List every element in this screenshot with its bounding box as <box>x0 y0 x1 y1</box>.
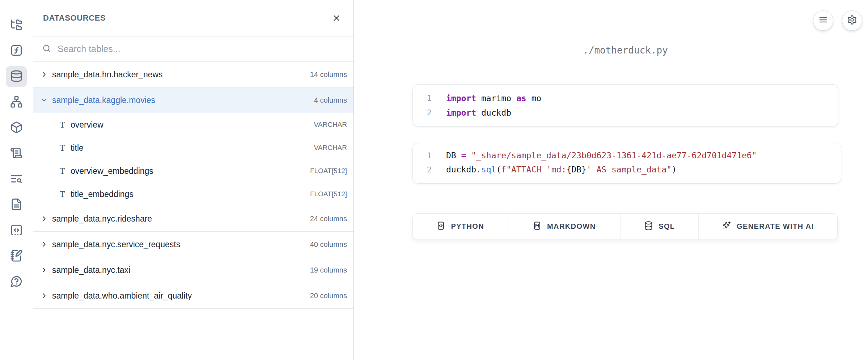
file-text-icon <box>10 198 23 212</box>
button-label: SQL <box>659 222 675 231</box>
code-token: as <box>516 94 526 103</box>
sidebar-item-snippets[interactable] <box>6 220 27 241</box>
notebook-area: ./motherduck.py 1 2 import marimo as mo … <box>354 0 868 360</box>
table-name: sample_data.kaggle.movies <box>52 95 155 105</box>
code-token: DB <box>446 151 461 160</box>
line-number-gutter: 1 2 <box>413 143 438 183</box>
database-icon <box>10 70 23 84</box>
menu-icon <box>818 15 828 26</box>
code-token: sql <box>481 165 496 174</box>
square-code-icon <box>10 224 23 238</box>
code-token <box>466 151 471 160</box>
sidebar-item-datasources[interactable] <box>6 66 27 87</box>
column-name: overview_embeddings <box>71 166 153 176</box>
code-token: marimo <box>476 94 516 103</box>
table-row-kaggle-movies[interactable]: sample_data.kaggle.movies 4 columns <box>33 87 353 113</box>
table-column-count: 4 columns <box>314 96 347 104</box>
settings-button[interactable] <box>842 10 862 31</box>
function-square-icon <box>10 44 23 58</box>
column-type: FLOAT[512] <box>310 190 347 198</box>
network-icon <box>10 95 23 110</box>
table-column-count: 19 columns <box>310 266 347 274</box>
generate-with-ai-button[interactable]: GENERATE WITH AI <box>699 214 837 239</box>
add-python-cell-button[interactable]: PYTHON <box>413 214 508 239</box>
chevron-right-icon <box>40 292 48 300</box>
table-row-rideshare[interactable]: sample_data.nyc.rideshare 24 columns <box>33 206 353 232</box>
table-name: sample_data.nyc.taxi <box>52 265 130 275</box>
sidebar-item-packages[interactable] <box>6 117 27 138</box>
sidebar-item-variables[interactable] <box>6 40 27 61</box>
button-label: PYTHON <box>451 222 484 231</box>
chevron-down-icon <box>40 96 48 104</box>
column-type: VARCHAR <box>314 144 347 152</box>
column-type: FLOAT[512] <box>310 167 347 175</box>
column-row-overview[interactable]: T overview VARCHAR <box>33 113 353 136</box>
sparkles-icon <box>722 221 732 232</box>
code-token: = <box>461 151 466 160</box>
table-name: sample_data.nyc.rideshare <box>52 214 152 224</box>
notebook-menu-button[interactable] <box>813 10 833 31</box>
table-row-hacker-news[interactable]: sample_data.hn.hacker_news 14 columns <box>33 62 353 87</box>
close-icon[interactable] <box>330 12 343 24</box>
code-line: DB = "_share/sample_data/23b0d623-1361-4… <box>446 149 841 163</box>
chevron-right-icon <box>40 266 48 274</box>
type-text-icon: T <box>60 143 71 153</box>
table-row-ambient-air-quality[interactable]: sample_data.who.ambient_air_quality 20 c… <box>33 283 353 309</box>
panel-title: DATASOURCES <box>43 13 106 23</box>
scroll-text-icon <box>10 147 23 161</box>
sidebar-item-dependencies[interactable] <box>6 92 27 113</box>
type-text-icon: T <box>60 190 71 199</box>
notebook-pen-icon <box>10 249 23 263</box>
code-cell-attach-db[interactable]: 1 2 DB = "_share/sample_data/23b0d623-13… <box>412 143 841 184</box>
line-number: 1 <box>413 91 432 106</box>
table-name: sample_data.hn.hacker_news <box>52 70 163 80</box>
code-token: ( <box>496 165 501 174</box>
column-name: overview <box>71 120 103 130</box>
code-editor[interactable]: DB = "_share/sample_data/23b0d623-1361-4… <box>438 143 841 183</box>
column-row-title-embeddings[interactable]: T title_embeddings FLOAT[512] <box>33 183 353 206</box>
code-cell-imports[interactable]: 1 2 import marimo as mo import duckdb <box>412 84 838 127</box>
marimo-app: DATASOURCES sample_data.hn.hacker_news 1… <box>0 0 868 360</box>
sidebar-item-chat[interactable] <box>6 271 27 292</box>
datasources-panel: DATASOURCES sample_data.hn.hacker_news 1… <box>33 0 354 360</box>
search-icon <box>42 44 51 55</box>
code-token: f"ATTACH 'md: <box>501 165 566 174</box>
add-sql-cell-button[interactable]: SQL <box>621 214 699 239</box>
code-token: "_share/sample_data/23b0d623-1361-421d-a… <box>471 151 757 160</box>
folder-tree-icon <box>10 18 23 33</box>
code-token: . <box>476 165 481 174</box>
gear-icon <box>847 15 857 26</box>
notebook-filename: ./motherduck.py <box>412 45 838 56</box>
code-line: import marimo as mo <box>446 91 838 106</box>
table-column-count: 14 columns <box>310 70 347 79</box>
add-markdown-cell-button[interactable]: MARKDOWN <box>508 214 621 239</box>
button-label: MARKDOWN <box>547 222 596 231</box>
column-row-title[interactable]: T title VARCHAR <box>33 136 353 159</box>
chevron-right-icon <box>40 215 48 223</box>
chevron-right-icon <box>40 70 48 78</box>
table-column-count: 40 columns <box>310 240 347 249</box>
line-number-gutter: 1 2 <box>413 85 438 126</box>
code-token: mo <box>526 94 542 103</box>
code-token: import <box>446 108 476 117</box>
table-row-taxi[interactable]: sample_data.nyc.taxi 19 columns <box>33 257 353 283</box>
sidebar-item-outline[interactable] <box>6 169 27 190</box>
sidebar-item-files[interactable] <box>6 15 27 36</box>
code-line: duckdb.sql(f"ATTACH 'md:{DB}' AS sample_… <box>446 163 841 177</box>
type-text-icon: T <box>60 120 71 129</box>
column-list: T overview VARCHAR T title VARCHAR T ove… <box>33 113 353 206</box>
sidebar-item-logs[interactable] <box>6 143 27 164</box>
table-column-count: 20 columns <box>310 292 347 300</box>
search-input[interactable] <box>58 44 346 54</box>
code-editor[interactable]: import marimo as mo import duckdb <box>438 85 838 126</box>
code-token: ' AS sample_data" <box>587 165 672 174</box>
code-token: {DB} <box>566 165 586 174</box>
button-label: GENERATE WITH AI <box>737 222 814 231</box>
add-cell-toolbar: PYTHON MARKDOWN SQL GENERATE WITH AI <box>412 213 838 239</box>
column-row-overview-embeddings[interactable]: T overview_embeddings FLOAT[512] <box>33 159 353 183</box>
code-square-icon <box>436 221 446 232</box>
search-row <box>33 37 353 62</box>
sidebar-item-documentation[interactable] <box>6 194 27 215</box>
sidebar-item-scratchpad[interactable] <box>6 246 27 267</box>
table-row-service-requests[interactable]: sample_data.nyc.service_requests 40 colu… <box>33 232 353 257</box>
